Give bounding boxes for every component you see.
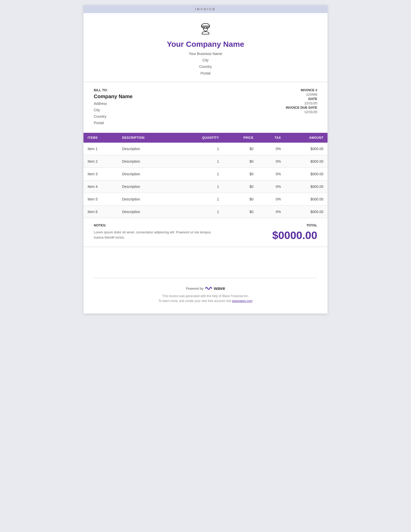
- cell-price-2: $0: [223, 155, 257, 168]
- invoice-number-value: 123456: [299, 93, 317, 96]
- cell-amount-3: $000.00: [285, 168, 328, 180]
- cell-qty-1: 1: [176, 143, 223, 155]
- cell-amount-4: $000.00: [285, 180, 328, 193]
- company-section: Your Company Name Your Business Name Cit…: [83, 13, 328, 82]
- company-icon: [94, 21, 317, 37]
- due-date-value-row: 12/31/20: [266, 110, 317, 114]
- company-business-name: Your Business Name: [94, 51, 317, 57]
- wave-logo: wave: [205, 286, 225, 291]
- invoice-number-label: INVOICE #: [301, 88, 317, 92]
- cell-item-3: Item 3: [83, 168, 118, 180]
- items-table: ITEMS DESCRIPTION QUANTITY PRICE TAX AMO…: [83, 133, 328, 218]
- date-label: DATE: [309, 97, 317, 101]
- date-value: 12/31/20: [299, 101, 317, 105]
- cell-price-6: $0: [223, 205, 257, 218]
- table-row: Item 2 Description 1 $0 0% $000.00: [83, 155, 328, 168]
- cell-qty-6: 1: [176, 205, 223, 218]
- footer-line2: To learn more, and create your own free …: [94, 299, 317, 304]
- notes-label: NOTES:: [94, 223, 256, 227]
- bill-postal: Postal: [94, 120, 266, 126]
- cell-qty-5: 1: [176, 193, 223, 205]
- company-city: City: [94, 57, 317, 63]
- bill-address: Address: [94, 100, 266, 107]
- cell-amount-1: $000.00: [285, 143, 328, 155]
- bill-to-label: BILL TO:: [94, 88, 266, 92]
- billing-section: BILL TO: Company Name Address City Count…: [83, 82, 328, 133]
- invoice-title: INVOICE: [195, 7, 216, 11]
- cell-item-6: Item 6: [83, 205, 118, 218]
- invoice-header-bar: INVOICE: [83, 5, 328, 13]
- bill-company-name: Company Name: [94, 94, 266, 99]
- wave-logo-icon: [205, 286, 213, 291]
- col-quantity: QUANTITY: [176, 133, 223, 143]
- invoice-meta-block: INVOICE # 123456 DATE 12/31/20 INVOICE D…: [266, 88, 317, 126]
- company-country: Country: [94, 63, 317, 70]
- cell-desc-6: Description: [118, 205, 176, 218]
- cell-qty-2: 1: [176, 155, 223, 168]
- cell-desc-5: Description: [118, 193, 176, 205]
- total-label: TOTAL: [266, 223, 317, 227]
- cell-desc-4: Description: [118, 180, 176, 193]
- table-row: Item 5 Description 1 $0 0% $000.00: [83, 193, 328, 205]
- cell-desc-2: Description: [118, 155, 176, 168]
- bill-city: City: [94, 107, 266, 113]
- cell-desc-1: Description: [118, 143, 176, 155]
- col-amount: AMOUNT: [285, 133, 328, 143]
- footer-line1: This invoice was generated with the help…: [94, 294, 317, 299]
- due-date-label: INVOICE DUE DATE: [286, 106, 317, 109]
- powered-by-row: Powered by wave: [94, 286, 317, 291]
- spacer: [83, 247, 328, 268]
- cell-price-1: $0: [223, 143, 257, 155]
- cell-price-3: $0: [223, 168, 257, 180]
- cell-price-5: $0: [223, 193, 257, 205]
- total-area: TOTAL $0000.00: [266, 223, 317, 242]
- col-price: PRICE: [223, 133, 257, 143]
- due-date-label-row: INVOICE DUE DATE: [266, 106, 317, 109]
- cell-amount-5: $000.00: [285, 193, 328, 205]
- cell-amount-2: $000.00: [285, 155, 328, 168]
- cell-item-2: Item 2: [83, 155, 118, 168]
- table-header-row: ITEMS DESCRIPTION QUANTITY PRICE TAX AMO…: [83, 133, 328, 143]
- wave-text: wave: [214, 286, 225, 291]
- notes-text: Lorem ipsum dolor sit amet, consectetur …: [94, 230, 212, 241]
- cell-tax-4: 0%: [258, 180, 285, 193]
- cell-item-1: Item 1: [83, 143, 118, 155]
- powered-by-text: Powered by: [186, 287, 204, 290]
- col-description: DESCRIPTION: [118, 133, 176, 143]
- total-amount: $0000.00: [266, 229, 317, 242]
- cell-tax-2: 0%: [258, 155, 285, 168]
- footer-section: Powered by wave This invoice was generat…: [83, 268, 328, 309]
- col-items: ITEMS: [83, 133, 118, 143]
- notes-total-section: NOTES: Lorem ipsum dolor sit amet, conse…: [83, 218, 328, 247]
- date-label-row: DATE: [266, 97, 317, 101]
- cell-tax-6: 0%: [258, 205, 285, 218]
- table-row: Item 6 Description 1 $0 0% $000.00: [83, 205, 328, 218]
- bill-to-block: BILL TO: Company Name Address City Count…: [94, 88, 266, 126]
- table-row: Item 4 Description 1 $0 0% $000.00: [83, 180, 328, 193]
- cell-desc-3: Description: [118, 168, 176, 180]
- col-tax: TAX: [258, 133, 285, 143]
- cell-tax-3: 0%: [258, 168, 285, 180]
- bill-country: Country: [94, 113, 266, 120]
- invoice-number-value-row: 123456: [266, 93, 317, 96]
- cell-item-5: Item 5: [83, 193, 118, 205]
- table-row: Item 1 Description 1 $0 0% $000.00: [83, 143, 328, 155]
- cell-qty-4: 1: [176, 180, 223, 193]
- svg-point-2: [203, 27, 208, 31]
- cell-item-4: Item 4: [83, 180, 118, 193]
- date-value-row: 12/31/20: [266, 101, 317, 105]
- worker-icon: [198, 21, 213, 36]
- cell-tax-5: 0%: [258, 193, 285, 205]
- invoice-page: INVOICE Your Company Name Your Business …: [83, 5, 328, 314]
- footer-line2-text: To learn more, and create your own free …: [158, 299, 231, 303]
- cell-tax-1: 0%: [258, 143, 285, 155]
- notes-area: NOTES: Lorem ipsum dolor sit amet, conse…: [94, 223, 266, 241]
- due-date-value: 12/31/20: [299, 110, 317, 114]
- company-name: Your Company Name: [94, 40, 317, 49]
- cell-price-4: $0: [223, 180, 257, 193]
- cell-amount-6: $000.00: [285, 205, 328, 218]
- footer-link[interactable]: waveapps.com: [232, 299, 253, 303]
- company-postal: Postal: [94, 70, 317, 77]
- table-row: Item 3 Description 1 $0 0% $000.00: [83, 168, 328, 180]
- cell-qty-3: 1: [176, 168, 223, 180]
